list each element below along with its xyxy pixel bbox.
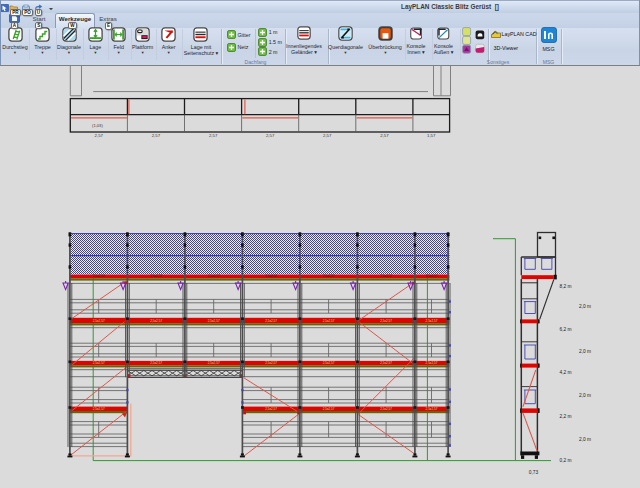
svg-text:2,2 m: 2,2 m [560, 414, 572, 419]
svg-text:2,5x2,57: 2,5x2,57 [265, 407, 277, 411]
svg-text:2,5x2,57: 2,5x2,57 [93, 319, 105, 323]
svg-text:2,5x2,57: 2,5x2,57 [208, 274, 220, 278]
svg-text:1,57: 1,57 [427, 133, 436, 138]
svg-text:0,73: 0,73 [529, 470, 539, 475]
svg-text:2,5x2,57: 2,5x2,57 [323, 319, 335, 323]
svg-text:2,5x2,57: 2,5x2,57 [265, 319, 277, 323]
svg-text:2,5x2,57: 2,5x2,57 [323, 361, 335, 365]
svg-text:2,5x2,57: 2,5x2,57 [208, 319, 220, 323]
svg-text:2,5x2,57: 2,5x2,57 [208, 361, 220, 365]
svg-text:2,57: 2,57 [380, 133, 389, 138]
svg-text:2,0 m: 2,0 m [579, 304, 591, 309]
svg-text:2,57: 2,57 [266, 133, 275, 138]
svg-text:2,57: 2,57 [152, 133, 161, 138]
svg-text:2,5x2,57: 2,5x2,57 [380, 274, 392, 278]
svg-text:2,0 m: 2,0 m [579, 437, 591, 442]
svg-text:2,5x2,57: 2,5x2,57 [150, 319, 162, 323]
svg-text:2,5x2,57: 2,5x2,57 [426, 407, 438, 411]
svg-text:(1,03): (1,03) [92, 123, 103, 128]
svg-text:2,5x2,57: 2,5x2,57 [93, 361, 105, 365]
svg-text:2,5x2,57: 2,5x2,57 [380, 361, 392, 365]
svg-text:2,5x2,57: 2,5x2,57 [93, 407, 105, 411]
svg-text:2,5x2,57: 2,5x2,57 [265, 361, 277, 365]
svg-text:2,57: 2,57 [323, 133, 332, 138]
svg-text:2,0 m: 2,0 m [579, 349, 591, 354]
svg-text:2,5x2,57: 2,5x2,57 [150, 274, 162, 278]
svg-text:2,57: 2,57 [209, 133, 218, 138]
svg-text:6,2 m: 6,2 m [560, 327, 572, 332]
svg-text:2,5x2,57: 2,5x2,57 [323, 407, 335, 411]
svg-text:0,2 m: 0,2 m [560, 458, 572, 463]
svg-text:2,5x2,57: 2,5x2,57 [93, 274, 105, 278]
svg-text:2,5x2,57: 2,5x2,57 [150, 361, 162, 365]
svg-text:2,5x2,57: 2,5x2,57 [426, 274, 438, 278]
svg-text:2,5x2,57: 2,5x2,57 [426, 319, 438, 323]
svg-text:4,2 m: 4,2 m [560, 370, 572, 375]
svg-text:2,5x2,57: 2,5x2,57 [323, 274, 335, 278]
svg-text:8,2 m: 8,2 m [560, 284, 572, 289]
svg-text:2,5x2,57: 2,5x2,57 [380, 407, 392, 411]
svg-text:2,57: 2,57 [95, 133, 104, 138]
svg-text:2,0 m: 2,0 m [579, 393, 591, 398]
svg-text:2,5x2,57: 2,5x2,57 [265, 274, 277, 278]
svg-text:2,5x2,57: 2,5x2,57 [426, 361, 438, 365]
svg-text:2,5x2,57: 2,5x2,57 [380, 319, 392, 323]
